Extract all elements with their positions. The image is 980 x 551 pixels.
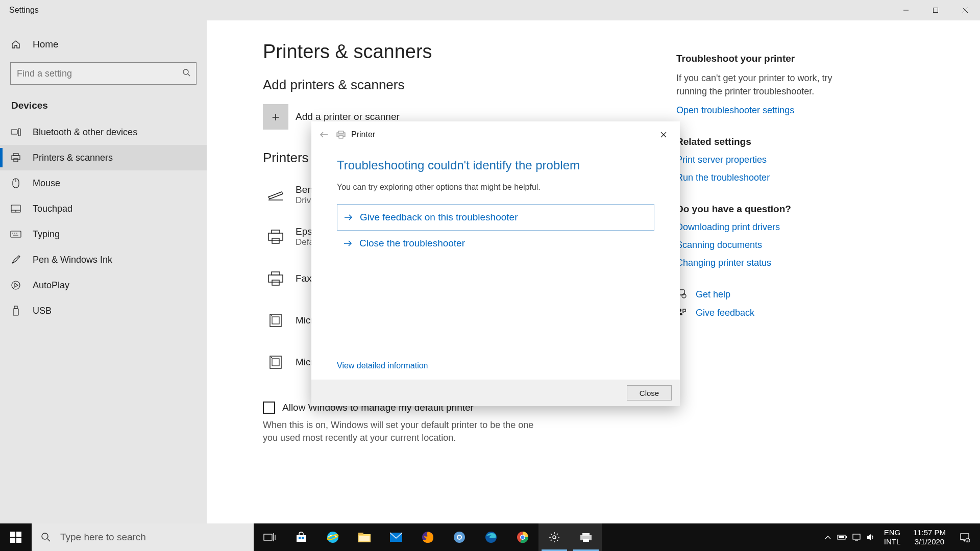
window-controls — [891, 0, 980, 20]
close-button[interactable] — [950, 0, 980, 20]
printer-icon — [336, 131, 346, 139]
svg-point-33 — [271, 315, 272, 316]
sidebar-item-label: Pen & Windows Ink — [33, 255, 112, 265]
volume-icon[interactable] — [864, 523, 878, 551]
question-heading: Do you have a question? — [676, 204, 850, 215]
mail-icon[interactable] — [380, 523, 412, 551]
dialog-close-button[interactable] — [652, 123, 675, 146]
minimize-button[interactable] — [891, 0, 921, 20]
svg-rect-7 — [18, 129, 20, 136]
start-button[interactable] — [0, 523, 32, 551]
option-label: Close the troubleshooter — [359, 238, 465, 249]
add-icon: + — [263, 104, 288, 130]
pen-icon — [10, 254, 21, 265]
virtual-printer-icon — [263, 308, 288, 333]
sidebar-category: Devices — [0, 94, 207, 119]
svg-rect-80 — [853, 534, 860, 539]
troubleshoot-heading: Troubleshoot your printer — [676, 53, 850, 64]
touchpad-icon — [10, 203, 21, 214]
clock-time: 11:57 PM — [906, 528, 952, 537]
svg-rect-53 — [264, 534, 272, 540]
tray-chevron-icon[interactable] — [821, 523, 835, 551]
notification-icon[interactable]: 1 — [952, 532, 977, 542]
firefox-icon[interactable] — [412, 523, 444, 551]
question-link[interactable]: Downloading print drivers — [676, 222, 850, 233]
svg-point-72 — [521, 536, 525, 539]
sidebar-item-label: AutoPlay — [33, 280, 69, 291]
dialog-title: Printer — [336, 130, 375, 139]
get-help-link[interactable]: Get help — [696, 289, 730, 300]
svg-rect-41 — [338, 131, 344, 133]
run-troubleshooter-link[interactable]: Run the troubleshooter — [676, 172, 850, 183]
mouse-icon — [10, 178, 21, 189]
svg-rect-57 — [299, 537, 301, 539]
right-column: Troubleshoot your printer If you can't g… — [661, 41, 850, 551]
search-input[interactable] — [10, 62, 197, 85]
troubleshooter-dialog: Printer Troubleshooting couldn't identif… — [311, 121, 680, 406]
add-section-heading: Add printers & scanners — [263, 77, 661, 93]
back-button[interactable] — [316, 127, 332, 142]
sidebar-item-printers[interactable]: Printers & scanners — [0, 145, 207, 170]
svg-rect-47 — [10, 532, 15, 537]
troubleshoot-text: If you can't get your printer to work, t… — [676, 71, 850, 98]
task-view-button[interactable] — [254, 523, 285, 551]
tray-clock[interactable]: 11:57 PM 3/1/2020 — [906, 528, 952, 546]
sidebar-item-mouse[interactable]: Mouse — [0, 170, 207, 196]
printer-icon — [263, 224, 288, 249]
window-title: Settings — [9, 6, 39, 15]
edge-icon[interactable] — [475, 523, 507, 551]
print-server-link[interactable]: Print server properties — [676, 155, 850, 165]
open-troubleshooter-link[interactable]: Open troubleshooter settings — [676, 105, 850, 116]
svg-rect-78 — [846, 536, 847, 538]
svg-rect-48 — [16, 532, 21, 537]
question-link[interactable]: Scanning documents — [676, 240, 850, 251]
close-troubleshooter-option[interactable]: Close the troubleshooter — [337, 231, 654, 256]
dialog-header: Printer — [311, 121, 680, 148]
sidebar-item-typing[interactable]: Typing — [0, 221, 207, 247]
sidebar-item-autoplay[interactable]: AutoPlay — [0, 272, 207, 298]
view-detailed-link[interactable]: View detailed information — [337, 361, 428, 370]
sidebar-home[interactable]: Home — [0, 32, 207, 57]
sidebar-item-label: USB — [33, 306, 52, 316]
battery-icon[interactable] — [835, 523, 849, 551]
chrome-icon[interactable] — [507, 523, 538, 551]
give-feedback-row[interactable]: Give feedback — [676, 307, 850, 318]
close-button[interactable]: Close — [627, 385, 672, 400]
svg-rect-29 — [268, 275, 283, 282]
maximize-button[interactable] — [921, 0, 950, 20]
troubleshooter-taskbar-icon[interactable] — [570, 523, 602, 551]
add-printer-label: Add a printer or scanner — [296, 111, 400, 122]
sidebar-item-label: Typing — [33, 229, 60, 240]
ie-icon[interactable] — [317, 523, 349, 551]
svg-rect-42 — [339, 136, 343, 138]
network-icon[interactable] — [849, 523, 864, 551]
keyboard-icon — [10, 229, 21, 240]
printer-icon — [263, 266, 288, 291]
taskbar-search[interactable]: Type here to search — [32, 523, 254, 551]
get-help-row[interactable]: Get help — [676, 289, 850, 300]
dialog-heading: Troubleshooting couldn't identify the pr… — [337, 158, 654, 172]
sidebar-item-usb[interactable]: USB — [0, 298, 207, 323]
tray-language[interactable]: ENG INTL — [878, 528, 906, 546]
sidebar-item-pen[interactable]: Pen & Windows Ink — [0, 247, 207, 272]
svg-rect-6 — [11, 130, 17, 134]
scanner-icon — [263, 182, 288, 208]
explorer-icon[interactable] — [349, 523, 380, 551]
svg-rect-23 — [13, 309, 18, 315]
search-icon — [182, 68, 190, 77]
question-link[interactable]: Changing printer status — [676, 258, 850, 268]
home-label: Home — [33, 39, 59, 50]
sidebar-item-touchpad[interactable]: Touchpad — [0, 196, 207, 221]
store-icon[interactable] — [285, 523, 317, 551]
sidebar-item-bluetooth[interactable]: Bluetooth & other devices — [0, 119, 207, 145]
svg-point-51 — [42, 533, 48, 539]
svg-rect-49 — [10, 538, 15, 543]
svg-rect-30 — [272, 280, 279, 285]
give-feedback-link[interactable]: Give feedback — [696, 308, 754, 318]
svg-rect-63 — [359, 536, 370, 541]
chromium-icon[interactable] — [444, 523, 475, 551]
svg-rect-56 — [297, 535, 306, 542]
settings-taskbar-icon[interactable] — [538, 523, 570, 551]
task-icons — [254, 523, 602, 551]
give-feedback-option[interactable]: Give feedback on this troubleshooter — [337, 204, 654, 231]
